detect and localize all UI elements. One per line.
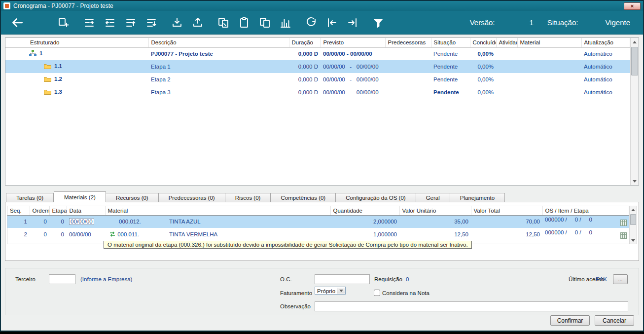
material-row[interactable]: 2 0 0 00/00/00 000.011. TINTA VERMELHA 1… <box>7 228 629 241</box>
chevron-down-icon[interactable] <box>337 288 345 294</box>
column-header-atualizacao[interactable]: Atualização <box>581 38 630 47</box>
column-header-quantidade[interactable]: Quantidade <box>330 206 399 215</box>
tab-planejamento[interactable]: Planejamento <box>450 193 505 202</box>
version-label: Versão: <box>470 18 495 27</box>
considera-checkbox[interactable] <box>374 290 380 296</box>
column-header-valor-total[interactable]: Valor Total <box>471 206 542 215</box>
terceiro-hint: (Informe a Empresa) <box>80 276 132 282</box>
details-form: Terceiro (Informe a Empresa) O.C. Requis… <box>5 268 639 315</box>
tab-materiais[interactable]: Materiais (2) <box>54 191 106 202</box>
tab-configuracao-os[interactable]: Configuração da OS (0) <box>336 193 416 202</box>
os-link-icon[interactable] <box>620 220 627 227</box>
copy-icon[interactable] <box>254 14 275 32</box>
cancel-button[interactable]: Cancelar <box>595 315 634 326</box>
date-edit-field[interactable]: 00/00/00 <box>69 218 94 225</box>
title-bar: Cronograma - PJ00077 - Projeto teste × <box>1 1 643 11</box>
column-header-material[interactable]: Material <box>517 38 581 47</box>
column-header-duracao[interactable]: Duração <box>289 38 321 47</box>
tab-competencias[interactable]: Competências (0) <box>271 193 336 202</box>
ultimo-acesso-value: EAK <box>596 276 607 282</box>
faturamento-select[interactable]: Próprio <box>315 287 346 295</box>
column-header-os-item-etapa[interactable]: OS / Item / Etapa <box>542 206 629 215</box>
scroll-down-button[interactable] <box>630 237 637 244</box>
substitution-icon <box>109 231 116 238</box>
column-header-ordem[interactable]: Ordem <box>30 206 49 215</box>
paste-icon[interactable] <box>234 14 254 32</box>
table-row[interactable]: 1.2 Etapa 2 0,000 D 00/00/00 - 00/00/00 … <box>5 73 630 86</box>
situation-label: Situação: <box>547 18 578 27</box>
close-button[interactable]: × <box>624 2 641 10</box>
column-header-predecessoras[interactable]: Predecessoras <box>385 38 431 47</box>
materials-grid: Seq. Ordem Etapa Data Material Quantidad… <box>7 206 637 244</box>
tab-tarefas[interactable]: Tarefas (0) <box>6 193 54 202</box>
outline-promote-icon[interactable] <box>100 14 120 32</box>
requisicao-value: 0 <box>406 276 409 282</box>
tab-riscos[interactable]: Riscos (0) <box>225 193 271 202</box>
table-row-selected[interactable]: 1.1 Etapa 1 0,000 D 00/00/00 - 00/00/00 … <box>5 60 630 73</box>
observacao-label: Observação <box>280 303 311 309</box>
faturamento-label: Faturamento <box>280 290 312 296</box>
version-value: 1 <box>530 18 534 27</box>
column-header-data[interactable]: Data <box>67 206 105 215</box>
project-tree-icon <box>29 50 36 58</box>
jump-start-icon[interactable] <box>322 14 342 32</box>
tab-strip: Tarefas (0) Materiais (2) Recursos (0) P… <box>6 191 639 202</box>
more-button[interactable]: ... <box>613 274 628 284</box>
import-icon[interactable] <box>167 14 187 32</box>
footer-actions: Confirmar Cancelar <box>550 315 634 326</box>
refresh-icon[interactable] <box>301 14 322 32</box>
chart-icon[interactable] <box>275 14 296 32</box>
schedule-grid: Estruturado Descrição Duração Previsto P… <box>5 37 639 186</box>
column-header-seq[interactable]: Seq. <box>7 206 30 215</box>
column-header-material[interactable]: Material <box>105 206 330 215</box>
jump-end-icon[interactable] <box>342 14 363 32</box>
substitution-notice: O material original da etapa (000.326.) … <box>104 241 472 249</box>
back-icon[interactable] <box>7 14 28 32</box>
folder-icon <box>44 89 51 96</box>
scroll-up-button[interactable] <box>631 38 639 46</box>
column-header-concluido[interactable]: Concluído <box>470 38 496 47</box>
duplicate-icon[interactable] <box>213 14 234 32</box>
app-window: Cronograma - PJ00077 - Projeto teste × <box>0 0 644 332</box>
table-row[interactable]: 1.3 Etapa 3 0,000 D 00/00/00 - 00/00/00 … <box>5 86 630 99</box>
column-header-valor-unitario[interactable]: Valor Unitário <box>399 206 471 215</box>
column-header-situacao[interactable]: Situação <box>431 38 470 47</box>
confirm-button[interactable]: Confirmar <box>550 315 590 326</box>
vertical-scrollbar[interactable] <box>630 38 639 185</box>
toolbar-status: Versão: 1 Situação: Vigente <box>470 18 637 27</box>
scrollbar-thumb[interactable] <box>630 214 636 225</box>
materials-panel: Seq. Ordem Etapa Data Material Quantidad… <box>5 202 639 261</box>
terceiro-label: Terceiro <box>15 276 36 282</box>
outline-move-up-icon[interactable] <box>120 14 141 32</box>
tab-predecessoras[interactable]: Predecessoras (0) <box>159 193 225 202</box>
column-header-descricao[interactable]: Descrição <box>148 38 289 47</box>
os-link-icon[interactable] <box>620 232 627 240</box>
oc-input[interactable] <box>315 274 370 284</box>
column-header-atividade[interactable]: Atividade <box>496 38 517 47</box>
column-header-estruturado[interactable]: Estruturado <box>5 38 148 47</box>
column-header-etapa[interactable]: Etapa <box>49 206 67 215</box>
scroll-down-button[interactable] <box>631 177 639 185</box>
export-icon[interactable] <box>187 14 208 32</box>
column-header-previsto[interactable]: Previsto <box>321 38 385 47</box>
observacao-input[interactable] <box>315 301 628 311</box>
oc-label: O.C. <box>280 276 292 282</box>
tab-geral[interactable]: Geral <box>416 193 450 202</box>
scroll-up-button[interactable] <box>630 206 637 213</box>
table-row[interactable]: 1 PJ00077 - Projeto teste 0,000 D 00/00/… <box>5 47 630 60</box>
filter-icon[interactable] <box>368 14 389 32</box>
app-icon <box>3 2 10 9</box>
material-row-selected[interactable]: 1 0 0 00/00/00 000.012. TINTA AZUL 2,000… <box>7 215 629 228</box>
scrollbar-thumb[interactable] <box>631 47 638 75</box>
considera-label: Considera na Nota <box>382 290 429 296</box>
outline-demote-icon[interactable] <box>79 14 100 32</box>
add-item-icon[interactable] <box>53 14 74 32</box>
situation-value: Vigente <box>605 18 630 27</box>
window-title: Cronograma - PJ00077 - Projeto teste <box>13 2 113 9</box>
folder-icon <box>44 76 51 83</box>
outline-move-down-icon[interactable] <box>141 14 162 32</box>
materials-scrollbar[interactable] <box>629 206 637 244</box>
tab-recursos[interactable]: Recursos (0) <box>106 193 159 202</box>
terceiro-input[interactable] <box>49 274 75 284</box>
folder-icon <box>44 63 51 70</box>
